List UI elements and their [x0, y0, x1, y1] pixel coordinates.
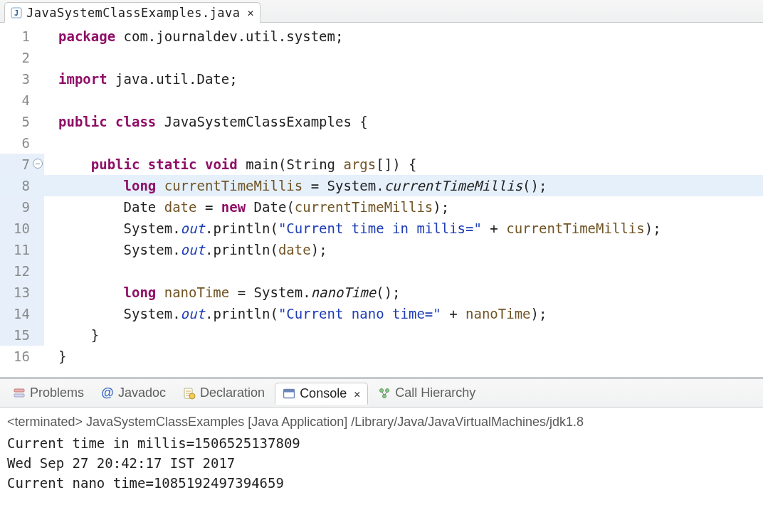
code-line[interactable] [44, 47, 763, 68]
console-line: Wed Sep 27 20:42:17 IST 2017 [7, 453, 756, 473]
svg-point-11 [380, 388, 384, 392]
tab-console[interactable]: Console ✕ [275, 383, 368, 405]
code-line[interactable]: System.out.println("Current nano time=" … [44, 303, 763, 324]
tab-label: Declaration [200, 385, 265, 400]
console-line: Current time in millis=1506525137809 [7, 433, 756, 453]
tab-problems[interactable]: Problems [6, 383, 91, 403]
tab-javadoc[interactable]: @ Javadoc [94, 383, 173, 403]
line-number: 13 [0, 282, 44, 303]
code-editor[interactable]: 1234567−8910111213141516 package com.jou… [0, 23, 763, 377]
declaration-icon [183, 387, 196, 400]
code-line[interactable]: import java.util.Date; [44, 68, 763, 90]
svg-rect-3 [14, 394, 24, 397]
code-line[interactable] [44, 90, 763, 111]
java-file-icon: J [11, 7, 22, 18]
console-icon [283, 388, 295, 400]
svg-line-15 [385, 392, 386, 395]
line-number: 7− [0, 154, 44, 175]
problems-icon [13, 387, 26, 400]
line-number-gutter: 1234567−8910111213141516 [0, 26, 44, 367]
line-number: 3 [0, 68, 44, 90]
terminated-label: <terminated> [7, 415, 83, 429]
line-number: 15 [0, 324, 44, 346]
svg-line-14 [382, 392, 384, 395]
code-line[interactable]: Date date = new Date(currentTimeMillis); [44, 196, 763, 218]
svg-point-12 [386, 388, 389, 392]
code-line[interactable]: } [44, 324, 763, 346]
line-number: 16 [0, 346, 44, 367]
line-number: 1 [0, 26, 44, 47]
line-number: 11 [0, 239, 44, 260]
code-line[interactable]: public static void main(String args[]) { [44, 154, 763, 175]
call-hierarchy-icon [378, 387, 391, 400]
code-line[interactable]: long currentTimeMillis = System.currentT… [44, 175, 763, 196]
code-line[interactable] [44, 132, 763, 154]
code-content[interactable]: package com.journaldev.util.system; impo… [44, 26, 763, 367]
console-line: Current nano time=1085192497394659 [7, 473, 756, 493]
close-icon[interactable]: ✕ [245, 6, 254, 19]
svg-point-13 [383, 394, 386, 398]
launch-config-path: JavaSystemClassExamples [Java Applicatio… [83, 415, 584, 429]
tab-label: Javadoc [118, 385, 166, 400]
code-line[interactable]: long nanoTime = System.nanoTime(); [44, 282, 763, 303]
svg-rect-2 [14, 389, 24, 392]
console-body[interactable]: <terminated> JavaSystemClassExamples [Ja… [0, 408, 763, 493]
editor-tab-active[interactable]: J JavaSystemClassExamples.java ✕ [4, 2, 261, 23]
code-line[interactable] [44, 260, 763, 282]
tab-declaration[interactable]: Declaration [176, 383, 272, 403]
line-number: 9 [0, 196, 44, 218]
code-line[interactable]: } [44, 346, 763, 367]
svg-rect-10 [284, 389, 295, 392]
code-line[interactable]: System.out.println("Current time in mill… [44, 218, 763, 239]
line-number: 2 [0, 47, 44, 68]
bottom-panel: Problems @ Javadoc Declaration [0, 378, 763, 532]
fold-toggle-icon[interactable]: − [33, 159, 43, 169]
svg-point-8 [189, 393, 195, 399]
code-line[interactable]: System.out.println(date); [44, 239, 763, 260]
line-number: 10 [0, 218, 44, 239]
line-number: 5 [0, 111, 44, 132]
javadoc-icon: @ [101, 387, 114, 400]
line-number: 12 [0, 260, 44, 282]
editor-tab-bar: J JavaSystemClassExamples.java ✕ [0, 0, 763, 23]
tab-call-hierarchy[interactable]: Call Hierarchy [371, 383, 483, 403]
close-icon[interactable]: ✕ [351, 388, 360, 400]
views-tab-bar: Problems @ Javadoc Declaration [0, 379, 763, 408]
svg-text:J: J [14, 9, 19, 17]
code-line[interactable]: package com.journaldev.util.system; [44, 26, 763, 47]
editor-tab-label: JavaSystemClassExamples.java [26, 6, 241, 20]
console-output: Current time in millis=1506525137809Wed … [7, 433, 756, 493]
tab-label: Console [300, 386, 347, 401]
tab-label: Problems [30, 385, 84, 400]
code-line[interactable]: public class JavaSystemClassExamples { [44, 111, 763, 132]
editor-panel: J JavaSystemClassExamples.java ✕ 1234567… [0, 0, 763, 378]
tab-label: Call Hierarchy [395, 385, 475, 400]
line-number: 6 [0, 132, 44, 154]
line-number: 4 [0, 90, 44, 111]
console-status: <terminated> JavaSystemClassExamples [Ja… [7, 412, 756, 433]
line-number: 8 [0, 175, 44, 196]
line-number: 14 [0, 303, 44, 324]
